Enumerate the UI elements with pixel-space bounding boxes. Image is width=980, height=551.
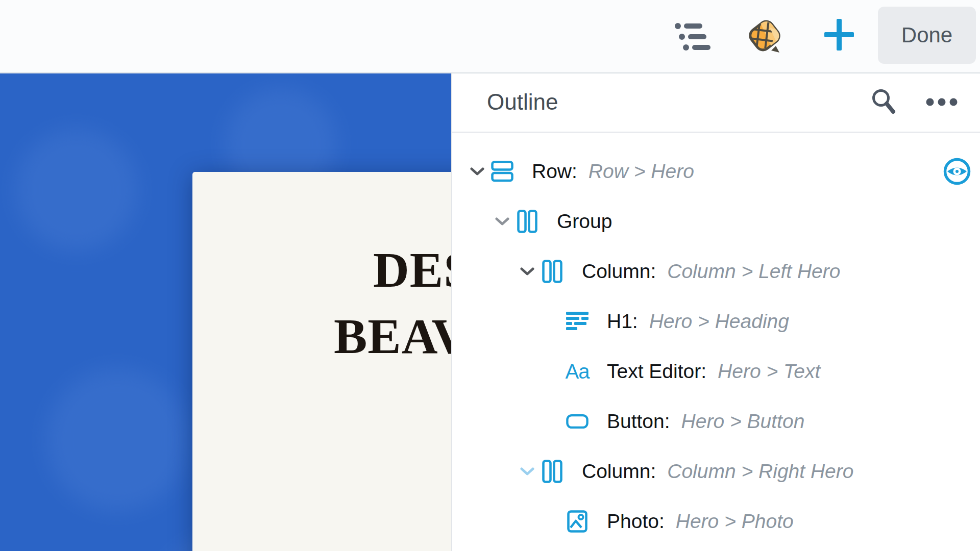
- node-label: H1:: [607, 310, 638, 333]
- builder-top-bar: Done: [0, 0, 980, 73]
- tree-row-column-left-hero[interactable]: Column: Column > Left Hero: [452, 246, 980, 296]
- tree-row-button[interactable]: Button: Hero > Button: [452, 396, 980, 446]
- node-path: Column > Left Hero: [667, 260, 840, 283]
- node-path: Hero > Button: [681, 410, 805, 433]
- outline-tree: Row: Row > Hero Gro: [452, 133, 980, 546]
- chevron-down-icon[interactable]: [520, 267, 534, 276]
- photo-module-icon: [566, 510, 589, 533]
- node-path: Hero > Photo: [676, 510, 794, 533]
- bokeh-circle: [15, 129, 138, 251]
- tree-row-group[interactable]: Group: [452, 196, 980, 246]
- node-path: Hero > Heading: [649, 310, 789, 333]
- eye-icon[interactable]: [943, 157, 971, 186]
- node-label: Photo:: [607, 510, 665, 533]
- column-icon: [541, 260, 564, 283]
- node-label: Column:: [582, 260, 656, 283]
- node-label: Button:: [607, 410, 670, 433]
- tree-row-column-right-hero[interactable]: Column: Column > Right Hero: [452, 446, 980, 496]
- hero-heading-line2[interactable]: BEAV: [334, 311, 469, 361]
- tree-row-row-hero[interactable]: Row: Row > Hero: [452, 146, 980, 196]
- node-label: Column:: [582, 460, 656, 483]
- outline-panel: Outline Row: Row >: [451, 72, 980, 551]
- node-label: Group: [557, 210, 612, 233]
- panel-title: Outline: [487, 89, 558, 115]
- chevron-down-icon[interactable]: [495, 217, 509, 226]
- columns-group-icon: [516, 210, 538, 233]
- node-path: Hero > Text: [718, 360, 820, 383]
- beaver-builder-logo[interactable]: [747, 15, 783, 55]
- outline-list-icon[interactable]: [675, 22, 712, 51]
- node-path: Row > Hero: [589, 160, 694, 183]
- ellipsis-icon[interactable]: [925, 97, 958, 107]
- add-icon[interactable]: [824, 19, 854, 51]
- tree-row-h1-heading[interactable]: H1: Hero > Heading: [452, 296, 980, 346]
- button-module-icon: [566, 414, 589, 429]
- row-module-icon: [491, 161, 513, 182]
- column-icon: [541, 460, 564, 483]
- search-icon[interactable]: [870, 87, 897, 117]
- done-button[interactable]: Done: [878, 7, 976, 64]
- node-label: Text Editor:: [607, 360, 706, 383]
- tree-row-photo[interactable]: Photo: Hero > Photo: [452, 496, 980, 546]
- tree-row-text-editor[interactable]: Aa Text Editor: Hero > Text: [452, 346, 980, 396]
- bokeh-circle: [46, 368, 189, 511]
- heading-module-icon: [566, 312, 589, 331]
- chevron-down-icon[interactable]: [520, 467, 534, 476]
- node-path: Column > Right Hero: [667, 460, 853, 483]
- text-editor-icon: Aa: [566, 361, 589, 382]
- node-label: Row:: [532, 160, 577, 183]
- chevron-down-icon[interactable]: [470, 167, 484, 176]
- outline-panel-header: Outline: [452, 72, 980, 133]
